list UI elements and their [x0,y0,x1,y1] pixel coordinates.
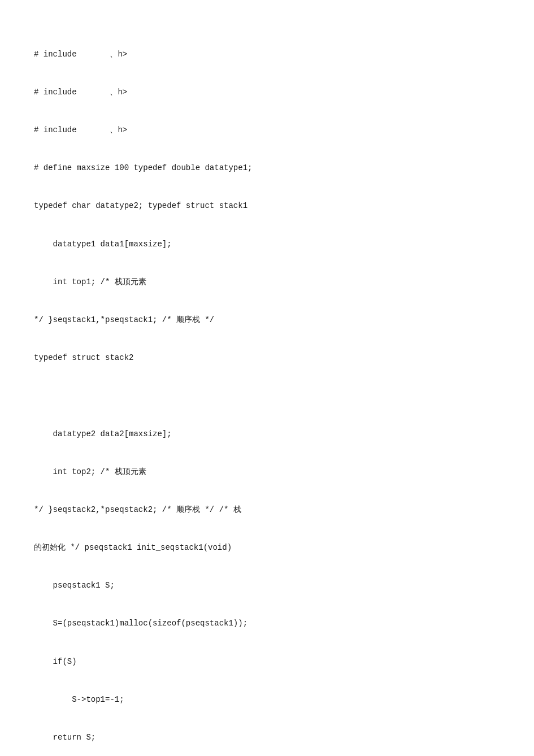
code-line-17: if(S) [34,655,500,668]
code-editor: # include 、h> # include 、h> # include 、h… [0,0,534,756]
code-line-2: # include 、h> [34,86,500,98]
code-line-15: pseqstack1 S; [34,579,500,592]
code-line-19: return S; [34,731,500,744]
code-line-14: 的初始化 */ pseqstack1 init_seqstack1(void) [34,541,500,554]
code-line-3: # include 、h> [34,124,500,136]
code-line-13: */ }seqstack2,*pseqstack2; /* 顺序栈 */ /* … [34,503,500,516]
code-line-16: S=(pseqstack1)malloc(sizeof(pseqstack1))… [34,617,500,629]
code-line-1: # include 、h> [34,48,500,60]
code-line-12: int top2; /* 栈顶元素 [34,466,500,478]
code-line-4: # define maxsize 100 typedef double data… [34,162,500,174]
code-line-7: int top1; /* 栈顶元素 [34,276,500,288]
code-line-6: datatype1 data1[maxsize]; [34,238,500,250]
code-line-5: typedef char datatype2; typedef struct s… [34,199,500,212]
code-line-11: datatype2 data2[maxsize]; [34,428,500,440]
code-line-9: typedef struct stack2 [34,351,500,364]
code-line-10 [34,389,500,402]
code-line-8: */ }seqstack1,*pseqstack1; /* 顺序栈 */ [34,314,500,326]
code-line-18: S->top1=-1; [34,693,500,706]
